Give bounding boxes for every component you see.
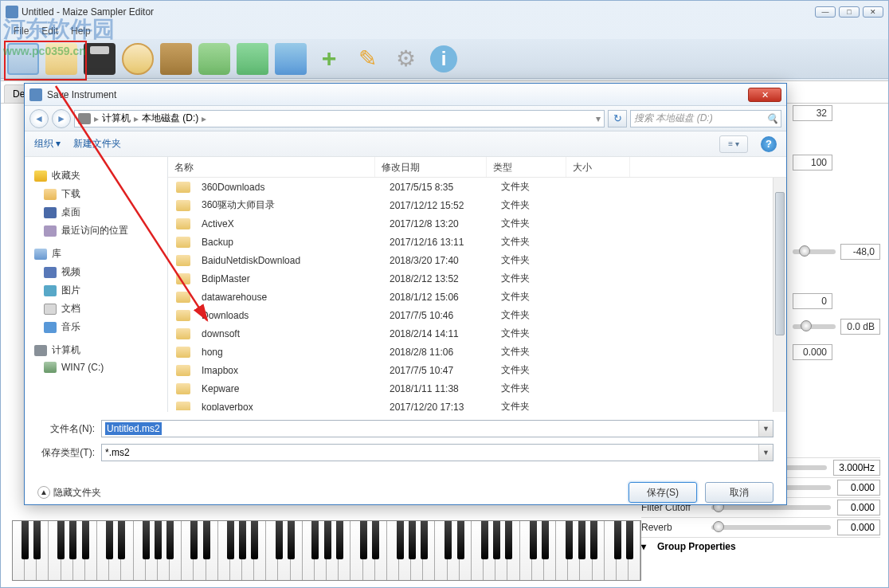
menu-bar: File Edit Help	[1, 23, 888, 39]
sidebar-computer[interactable]: 计算机	[28, 341, 164, 359]
file-type: 文件夹	[495, 382, 574, 395]
sidebar-desktop[interactable]: 桌面	[28, 203, 164, 221]
scrollbar[interactable]	[773, 178, 786, 412]
scroll-thumb[interactable]	[775, 192, 785, 335]
file-row[interactable]: Backup2017/12/16 13:11文件夹	[168, 233, 786, 251]
val-filter[interactable]: 0.000	[837, 500, 880, 515]
address-bar[interactable]: ▸ 计算机 ▸ 本地磁盘 (D:) ▸ ▾	[74, 110, 605, 127]
file-type: 文件夹	[495, 180, 574, 194]
file-row[interactable]: datawarehouse2018/1/12 15:06文件夹	[168, 288, 786, 306]
val-p1[interactable]: 0.000	[793, 344, 832, 360]
close-button[interactable]: ✕	[863, 6, 883, 18]
file-row[interactable]: Downloads2017/7/5 10:46文件夹	[168, 306, 786, 324]
folder-icon	[176, 347, 190, 358]
save-as-icon[interactable]	[122, 43, 154, 75]
file-type: 文件夹	[495, 217, 574, 230]
save-button[interactable]: 保存(S)	[629, 482, 697, 503]
pencil-icon[interactable]: ✎	[351, 43, 383, 75]
val-4[interactable]: 0	[793, 293, 832, 309]
file-row[interactable]: BaiduNetdiskDownload2018/3/20 17:40文件夹	[168, 251, 786, 269]
col-type[interactable]: 类型	[487, 157, 566, 177]
lock-icon[interactable]	[198, 43, 230, 75]
val-1[interactable]: 32	[793, 105, 832, 121]
dialog-footer: ▲隐藏文件夹 保存(S) 取消	[25, 476, 786, 514]
dialog-close-button[interactable]: ✕	[748, 88, 781, 102]
file-row[interactable]: ActiveX2017/12/8 13:20文件夹	[168, 214, 786, 233]
new-icon[interactable]	[7, 43, 39, 75]
chevron-down-icon[interactable]: ▼	[758, 445, 773, 461]
file-row[interactable]: downsoft2018/2/14 14:11文件夹	[168, 324, 786, 343]
piano-keyboard[interactable]	[12, 520, 641, 581]
path-computer[interactable]: 计算机	[102, 112, 131, 125]
sidebar-favorites[interactable]: 收藏夹	[28, 167, 164, 185]
val-2[interactable]: 100	[793, 155, 832, 171]
val-3[interactable]: -48,0	[840, 244, 880, 260]
file-date: 2018/3/20 17:40	[383, 255, 495, 266]
file-row[interactable]: BdipMaster2018/2/12 13:52文件夹	[168, 269, 786, 288]
filename-input[interactable]: Untitled.ms2▼	[101, 420, 773, 437]
slider-reverb[interactable]	[711, 525, 831, 530]
col-name[interactable]: 名称	[168, 157, 375, 177]
info-icon[interactable]: i	[428, 43, 460, 75]
col-size[interactable]: 大小	[566, 157, 630, 177]
val-p2[interactable]: 0.000	[837, 480, 880, 496]
chevron-down-icon[interactable]: ▼	[758, 421, 773, 437]
refresh-button[interactable]: ↻	[608, 110, 627, 127]
plus-icon[interactable]: +	[313, 43, 345, 75]
sidebar-downloads[interactable]: 下载	[28, 185, 164, 203]
col-date[interactable]: 修改日期	[375, 157, 487, 177]
file-date: 2017/7/5 10:46	[383, 310, 495, 321]
main-titlebar: Untitled - Maize Sampler Editor — □ ✕	[1, 1, 888, 23]
slider-1[interactable]	[793, 249, 836, 254]
sidebar-drive-c[interactable]: WIN7 (C:)	[28, 359, 164, 375]
file-name: hong	[195, 347, 383, 358]
menu-edit[interactable]: Edit	[41, 25, 58, 37]
view-button[interactable]: ≡ ▾	[719, 135, 748, 153]
help-button[interactable]: ?	[761, 136, 777, 152]
sidebar-recent[interactable]: 最近访问的位置	[28, 221, 164, 240]
edit-ui-icon[interactable]	[237, 43, 268, 75]
organize-menu[interactable]: 组织 ▾	[34, 137, 61, 151]
open-icon[interactable]	[45, 43, 77, 75]
search-input[interactable]: 搜索 本地磁盘 (D:) 🔍	[630, 110, 781, 127]
sidebar-pictures[interactable]: 图片	[28, 281, 164, 300]
file-type: 文件夹	[495, 327, 574, 340]
new-folder-button[interactable]: 新建文件夹	[73, 137, 121, 151]
save-icon[interactable]	[84, 43, 116, 75]
cancel-button[interactable]: 取消	[705, 482, 773, 503]
hide-folders-toggle[interactable]: ▲隐藏文件夹	[37, 486, 101, 500]
search-placeholder: 搜索 本地磁盘 (D:)	[634, 112, 713, 125]
menu-file[interactable]: File	[14, 25, 29, 37]
val-hz[interactable]: 3.000Hz	[833, 460, 880, 476]
path-drive[interactable]: 本地磁盘 (D:)	[142, 112, 198, 125]
file-row[interactable]: hong2018/2/8 11:06文件夹	[168, 343, 786, 361]
slider-db[interactable]	[793, 324, 836, 329]
sidebar-music[interactable]: 音乐	[28, 318, 164, 336]
filename-label: 文件名(N):	[37, 422, 95, 436]
file-row[interactable]: Imapbox2017/7/5 10:47文件夹	[168, 361, 786, 379]
sidebar-libraries[interactable]: 库	[28, 245, 164, 263]
file-type: 文件夹	[495, 308, 574, 322]
nav-back-button[interactable]: ◄	[29, 109, 49, 128]
val-db[interactable]: 0.0 dB	[840, 319, 880, 335]
savetype-select[interactable]: *.ms2▼	[101, 444, 773, 461]
dialog-icon	[29, 88, 42, 101]
file-name: downsoft	[195, 328, 383, 339]
sidebar-documents[interactable]: 文档	[28, 300, 164, 318]
group-header[interactable]: Group Properties	[657, 541, 736, 552]
file-list-header[interactable]: 名称 修改日期 类型 大小	[168, 157, 786, 178]
val-reverb[interactable]: 0.000	[837, 519, 880, 535]
file-row[interactable]: 360驱动大师目录2017/12/12 15:52文件夹	[168, 196, 786, 214]
menu-help[interactable]: Help	[71, 25, 91, 37]
gear-icon[interactable]: ⚙	[390, 43, 421, 75]
minimize-button[interactable]: —	[815, 6, 836, 18]
maximize-button[interactable]: □	[839, 6, 860, 18]
nav-forward-button[interactable]: ►	[52, 109, 71, 128]
file-row[interactable]: koplayerbox2017/12/20 17:13文件夹	[168, 398, 786, 410]
sidebar-video[interactable]: 视频	[28, 263, 164, 281]
file-row[interactable]: 360Downloads2017/5/15 8:35文件夹	[168, 178, 786, 196]
export-icon[interactable]	[160, 43, 192, 75]
file-row[interactable]: Kepware2018/1/11 11:38文件夹	[168, 379, 786, 398]
main-title: Untitled - Maize Sampler Editor	[22, 6, 815, 18]
folder-icon[interactable]	[275, 43, 307, 75]
